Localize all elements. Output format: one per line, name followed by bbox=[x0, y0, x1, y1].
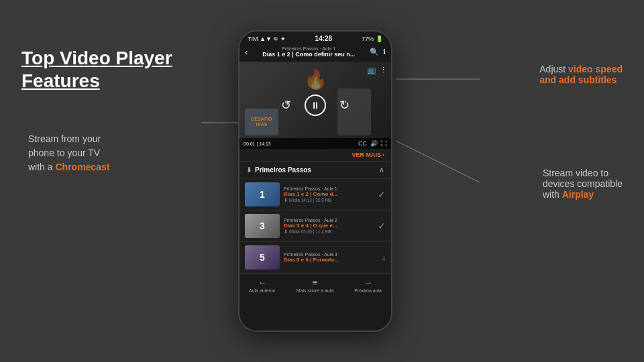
nav-icons: 🔍 ℹ bbox=[370, 48, 386, 56]
collapse-icon[interactable]: ∧ bbox=[379, 166, 384, 174]
download-small-icon: ⬇ bbox=[284, 229, 288, 235]
forward-button[interactable]: ↻ bbox=[339, 98, 350, 113]
ver-mais-button[interactable]: VER MAIS › bbox=[352, 152, 384, 158]
playlist-item[interactable]: 1 Primeiros Passos · Aula 1 Dias 1 e 2 |… bbox=[239, 179, 391, 210]
info-icon[interactable]: ℹ bbox=[383, 48, 386, 56]
playlist-item[interactable]: 3 Primeiros Passos · Aula 2 Dias 3 e 4 |… bbox=[239, 210, 391, 242]
back-icon[interactable]: ‹ bbox=[245, 47, 248, 57]
right-annotation-bottom: Stream video todevices compatiblewith Ai… bbox=[543, 168, 623, 200]
item-title: Dias 5 e 6 | Formato... bbox=[284, 257, 378, 263]
playlist-header: ⬇ Primeiros Passos ∧ bbox=[239, 162, 391, 179]
subtitles-icon[interactable]: CC bbox=[358, 140, 367, 147]
video-icons: CC 🔊 ⛶ bbox=[358, 140, 387, 147]
thumbnail-card: DESAFIODIAS bbox=[245, 109, 278, 135]
playlist-title: ⬇ Primeiros Passos bbox=[246, 166, 311, 174]
item-info-1: Primeiros Passos · Aula 1 Dias 1 e 2 | C… bbox=[284, 186, 374, 203]
left-panel: Top Video Player Features Stream from yo… bbox=[21, 47, 172, 174]
next-lesson-button[interactable]: → Próxima aula bbox=[354, 278, 382, 293]
fullscreen-icon[interactable]: ⛶ bbox=[381, 140, 387, 147]
item-series: Primeiros Passos · Aula 1 bbox=[284, 186, 374, 191]
more-info-button[interactable]: ≡ Mais sobre a aula bbox=[297, 278, 333, 293]
rewind-button[interactable]: ↺ bbox=[281, 98, 291, 113]
downloading-icon: ↓ bbox=[382, 253, 386, 261]
item-meta: ⬇ Mídia 05:30 | 11.4 MB bbox=[284, 229, 374, 235]
check-icon: ✓ bbox=[378, 189, 386, 200]
bottom-nav: ← Aula anterior ≡ Mais sobre a aula → Pr… bbox=[239, 274, 391, 296]
breadcrumb: Primeiros Passos · Aula 1 bbox=[262, 46, 355, 51]
item-thumbnail-2: 3 bbox=[245, 214, 280, 238]
airplay-label: Airplay bbox=[562, 189, 594, 200]
video-controls-bar[interactable]: 00:01 | 14:13 CC 🔊 ⛶ bbox=[239, 138, 391, 149]
battery-indicator: 77% 🔋 bbox=[362, 36, 383, 42]
list-icon: ≡ bbox=[313, 278, 318, 288]
time-display: 14:28 bbox=[315, 35, 333, 42]
forward-nav-icon: → bbox=[364, 278, 372, 288]
current-time: 00:01 | 14:13 bbox=[244, 141, 271, 146]
carrier: TIM ▲▼ ≋ ✦ bbox=[248, 36, 286, 42]
back-nav-icon: ← bbox=[258, 278, 266, 288]
svg-line-2 bbox=[396, 141, 480, 182]
chromecast-label: Chromecast bbox=[55, 162, 109, 172]
item-info-3: Primeiros Passos · Aula 3 Dias 5 e 6 | F… bbox=[284, 252, 378, 263]
item-info-2: Primeiros Passos · Aula 2 Dias 3 e 4 | O… bbox=[284, 218, 374, 235]
item-series: Primeiros Passos · Aula 3 bbox=[284, 252, 378, 257]
volume-icon[interactable]: 🔊 bbox=[370, 140, 378, 147]
item-title: Dias 1 e 2 | Como d... bbox=[284, 191, 374, 197]
video-title: Dias 1 e 2 | Como definir seu n... bbox=[262, 51, 355, 58]
more-options-icon[interactable]: ⋮ bbox=[380, 66, 387, 74]
item-meta: ⬇ Mídia 14:13 | 30.3 MB bbox=[284, 198, 374, 203]
item-title: Dias 3 e 4 | O que é... bbox=[284, 223, 374, 229]
item-series: Primeiros Passos · Aula 2 bbox=[284, 218, 374, 223]
ver-mais-row: VER MAIS › bbox=[239, 149, 391, 162]
search-icon[interactable]: 🔍 bbox=[370, 48, 379, 56]
status-bar: TIM ▲▼ ≋ ✦ 14:28 77% 🔋 bbox=[239, 32, 391, 44]
play-controls[interactable]: ↺ ⏸ ↻ bbox=[281, 95, 350, 116]
download-small-icon: ⬇ bbox=[284, 198, 288, 203]
top-nav: ‹ Primeiros Passos · Aula 1 Dias 1 e 2 |… bbox=[239, 44, 391, 62]
watermark-icon: 🔥 bbox=[304, 68, 327, 90]
check-icon: ✓ bbox=[378, 221, 386, 231]
download-icon: ⬇ bbox=[246, 166, 252, 174]
page-title: Top Video Player Features bbox=[21, 47, 172, 92]
item-thumbnail-1: 1 bbox=[245, 182, 280, 206]
stream-description: Stream from yourphone to your TVwith a C… bbox=[28, 132, 172, 174]
pause-button[interactable]: ⏸ bbox=[305, 95, 326, 116]
chromecast-icon[interactable]: 📺 bbox=[367, 66, 376, 74]
right-annotation-top: Adjust video speedand add subtitles bbox=[539, 64, 623, 85]
phone-mockup: TIM ▲▼ ≋ ✦ 14:28 77% 🔋 ‹ Primeiros Passo… bbox=[238, 30, 392, 332]
video-player[interactable]: 🔥 DESAFIODIAS ↺ ⏸ ↻ 📺 ⋮ 00:01 | 14:13 CC… bbox=[239, 62, 391, 149]
item-thumbnail-3: 5 bbox=[245, 245, 280, 269]
playlist-item[interactable]: 5 Primeiros Passos · Aula 3 Dias 5 e 6 |… bbox=[239, 242, 391, 274]
prev-lesson-button[interactable]: ← Aula anterior bbox=[249, 278, 276, 293]
